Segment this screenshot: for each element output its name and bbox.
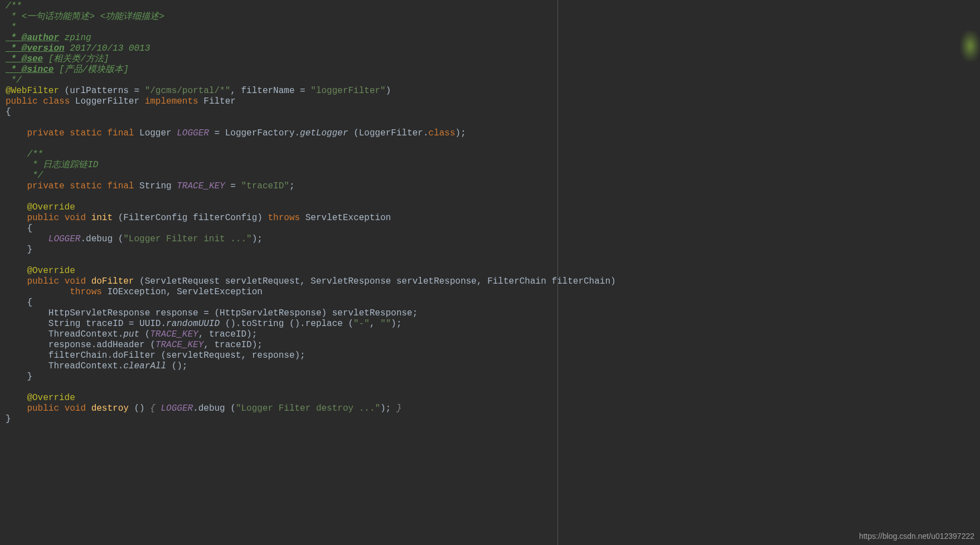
code-editor[interactable]: /** * <一句话功能简述> <功能详细描述> * * @author zpi…: [0, 0, 557, 545]
watermark-text: https://blog.csdn.net/u012397222: [859, 531, 974, 542]
code-content: /** * <一句话功能简述> <功能详细描述> * * @author zpi…: [0, 1, 557, 425]
scrollbar-marker: [960, 31, 980, 61]
editor-split-divider: [557, 0, 558, 545]
